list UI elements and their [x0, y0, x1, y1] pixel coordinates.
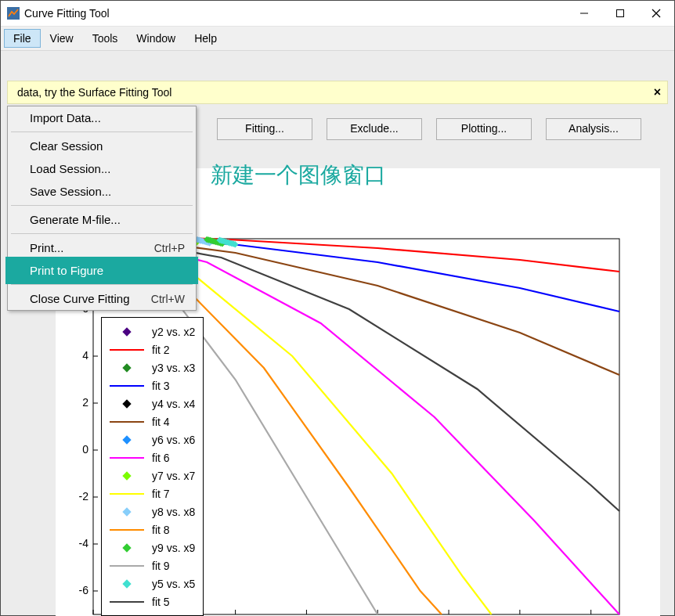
- legend-row: fit 9: [110, 557, 195, 575]
- menu-help[interactable]: Help: [185, 29, 226, 48]
- legend-label: y7 vs. x7: [152, 470, 195, 482]
- legend-label: y5 vs. x5: [152, 578, 195, 590]
- window-title: Curve Fitting Tool: [24, 7, 110, 20]
- legend-label: fit 3: [152, 380, 170, 392]
- titlebar: Curve Fitting Tool: [1, 1, 674, 27]
- legend-row: fit 6: [110, 448, 195, 467]
- legend-label: y6 vs. x6: [152, 434, 195, 446]
- legend-row: y6 vs. x6: [110, 430, 195, 448]
- y-tick-label: -2: [65, 490, 88, 503]
- legend-label: fit 2: [152, 344, 170, 356]
- fitting-button[interactable]: Fitting...: [217, 118, 312, 140]
- legend-swatch: [110, 344, 144, 355]
- legend-swatch: [110, 398, 144, 409]
- content-area: data, try the Surface Fitting Tool × Fit…: [1, 51, 674, 615]
- legend-swatch: [110, 434, 144, 445]
- legend-row: y9 vs. x9: [110, 539, 195, 557]
- plotting-button[interactable]: Plotting...: [436, 118, 532, 140]
- maximize-button[interactable]: [602, 1, 638, 26]
- legend-label: y4 vs. x4: [152, 398, 195, 410]
- menu-window[interactable]: Window: [127, 29, 185, 48]
- legend-label: fit 6: [152, 452, 170, 464]
- legend-swatch: [110, 524, 144, 535]
- legend[interactable]: y2 vs. x2fit 2y3 vs. x3fit 3y4 vs. x4fit…: [101, 317, 204, 616]
- minimize-button[interactable]: [566, 1, 602, 26]
- menu-close-curve-fitting[interactable]: Close Curve FittingCtrl+W: [8, 287, 196, 310]
- file-menu-dropdown: Import Data... Clear Session Load Sessio…: [7, 106, 197, 311]
- legend-swatch: [110, 470, 144, 481]
- legend-row: fit 4: [110, 412, 195, 430]
- legend-row: fit 3: [110, 376, 195, 394]
- legend-label: y3 vs. x3: [152, 362, 195, 374]
- legend-row: y3 vs. x3: [110, 358, 195, 376]
- menu-save-session[interactable]: Save Session...: [8, 180, 196, 203]
- y-tick-label: 0: [65, 443, 88, 456]
- legend-swatch: [110, 542, 144, 553]
- legend-swatch: [110, 560, 144, 571]
- annotation-text: 新建一个图像窗口: [211, 160, 386, 190]
- legend-label: y8 vs. x8: [152, 506, 195, 518]
- legend-swatch: [110, 416, 144, 427]
- legend-label: fit 8: [152, 524, 170, 536]
- menu-view[interactable]: View: [41, 29, 83, 48]
- menu-separator: [11, 131, 193, 132]
- y-tick-label: -4: [65, 537, 88, 549]
- app-window: Curve Fitting Tool File View Tools Windo…: [0, 0, 675, 616]
- menu-separator: [11, 284, 193, 285]
- legend-swatch: [110, 380, 144, 391]
- menu-import-data[interactable]: Import Data...: [8, 106, 196, 129]
- banner-text: data, try the Surface Fitting Tool: [17, 86, 171, 99]
- legend-swatch: [110, 506, 144, 517]
- legend-label: y9 vs. x9: [152, 542, 195, 554]
- app-icon: [7, 7, 20, 20]
- menu-separator: [11, 233, 193, 234]
- legend-label: fit 4: [152, 416, 170, 428]
- legend-row: fit 2: [110, 340, 195, 358]
- legend-label: fit 5: [152, 596, 170, 608]
- legend-row: y7 vs. x7: [110, 467, 195, 485]
- menu-generate-mfile[interactable]: Generate M-file...: [8, 208, 196, 231]
- info-banner: data, try the Surface Fitting Tool ×: [7, 81, 668, 104]
- menu-file[interactable]: File: [4, 29, 41, 48]
- legend-label: fit 7: [152, 488, 170, 500]
- legend-row: y4 vs. x4: [110, 394, 195, 412]
- legend-label: fit 9: [152, 560, 170, 572]
- legend-label: y2 vs. x2: [152, 326, 195, 338]
- menu-separator: [11, 205, 193, 206]
- analysis-button[interactable]: Analysis...: [546, 118, 641, 140]
- legend-swatch: [110, 326, 144, 337]
- legend-swatch: [110, 596, 144, 607]
- menu-print-to-figure[interactable]: Print to Figure: [8, 259, 196, 282]
- menu-print[interactable]: Print...Ctrl+P: [8, 236, 196, 259]
- y-tick-label: -6: [65, 584, 88, 596]
- legend-row: fit 5: [110, 593, 195, 611]
- menu-load-session[interactable]: Load Session...: [8, 157, 196, 180]
- menu-tools[interactable]: Tools: [83, 29, 128, 48]
- legend-swatch: [110, 362, 144, 373]
- legend-swatch: [110, 452, 144, 463]
- legend-swatch: [110, 488, 144, 499]
- legend-row: fit 7: [110, 485, 195, 503]
- legend-row: y8 vs. x8: [110, 503, 195, 521]
- legend-swatch: [110, 578, 144, 589]
- menu-clear-session[interactable]: Clear Session: [8, 135, 196, 157]
- close-button[interactable]: [638, 1, 674, 26]
- legend-row: y5 vs. x5: [110, 575, 195, 593]
- exclude-button[interactable]: Exclude...: [327, 118, 422, 140]
- banner-close-icon[interactable]: ×: [654, 85, 661, 99]
- y-tick-label: 4: [65, 349, 88, 362]
- legend-row: y2 vs. x2: [110, 322, 195, 340]
- y-tick-label: 2: [65, 396, 88, 409]
- svg-rect-2: [617, 10, 624, 17]
- legend-row: fit 8: [110, 521, 195, 539]
- menubar: File View Tools Window Help: [1, 27, 674, 51]
